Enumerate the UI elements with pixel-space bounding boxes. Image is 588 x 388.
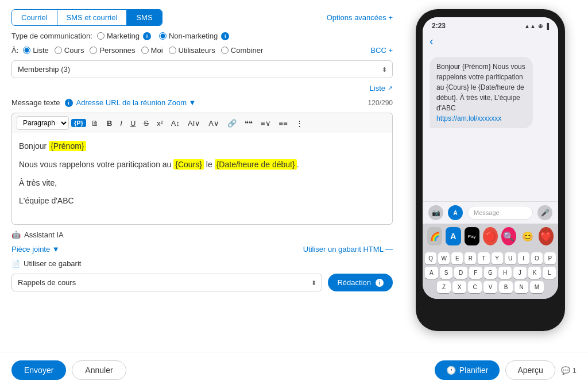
non-marketing-option[interactable]: Non-marketing i: [159, 32, 229, 40]
key-p[interactable]: P: [544, 252, 556, 264]
marketing-info-icon[interactable]: i: [143, 32, 151, 40]
comm-type-row: Type de communication: Marketing i Non-m…: [11, 32, 393, 40]
key-n[interactable]: N: [514, 281, 528, 293]
cancel-button[interactable]: Annuler: [72, 360, 126, 380]
attachment-row: Pièce jointe ▼ Utiliser un gabarit HTML …: [11, 245, 393, 253]
key-h[interactable]: H: [498, 267, 512, 279]
key-b[interactable]: B: [499, 281, 513, 293]
to-liste[interactable]: Liste: [23, 46, 48, 55]
toolbar-fontsize-btn[interactable]: A↕: [168, 117, 183, 129]
key-y[interactable]: Y: [492, 252, 503, 264]
camera-icon: 📷: [428, 205, 443, 220]
toolbar-ai-btn[interactable]: AI∨: [185, 117, 203, 129]
to-moi[interactable]: Moi: [141, 46, 163, 55]
toolbar-align-btn[interactable]: ≡∨: [258, 117, 274, 129]
phone-mockup: 2:23 ▲▲ ⊕ ▐ ‹ Bonjour {Prénom} Nous vous…: [404, 9, 577, 347]
attachment-link[interactable]: Pièce jointe ▼: [11, 245, 60, 253]
key-g[interactable]: G: [484, 267, 497, 279]
key-i[interactable]: I: [518, 252, 529, 264]
external-link-icon: ↗: [388, 84, 393, 92]
to-combiner[interactable]: Combiner: [221, 46, 263, 55]
toolbar-bold-btn[interactable]: B: [104, 117, 115, 129]
editor-line4: L'équipe d'ABC: [19, 194, 385, 208]
preview-button[interactable]: Aperçu: [505, 360, 555, 380]
list-link[interactable]: Liste ↗: [11, 84, 393, 93]
key-o[interactable]: O: [531, 252, 543, 264]
redaction-button[interactable]: Rédaction i: [328, 274, 393, 291]
toolbar-quote-btn[interactable]: ❝❝: [242, 117, 256, 129]
key-v[interactable]: V: [483, 281, 497, 293]
phone-input-area: 📷 A Message 🎤: [423, 201, 558, 224]
phone-time: 2:23: [432, 22, 446, 30]
app-icon: A: [448, 205, 463, 220]
toolbar-superscript-btn[interactable]: x²: [154, 117, 166, 129]
toolbar-link-btn[interactable]: 🔗: [225, 117, 239, 129]
toolbar-underline-btn[interactable]: U: [127, 117, 138, 129]
template-select[interactable]: Rappels de cours: [11, 274, 322, 291]
message-editor[interactable]: Bonjour {Prénom} Nous vous rappelons vot…: [11, 133, 393, 225]
key-x[interactable]: X: [452, 281, 466, 293]
tab-sms[interactable]: SMS: [127, 10, 161, 25]
key-l[interactable]: L: [543, 267, 556, 279]
communication-tabs: Courriel SMS et courriel SMS: [11, 9, 163, 26]
non-marketing-label: Non-marketing: [169, 32, 218, 40]
key-e[interactable]: E: [451, 252, 463, 264]
keyboard-row-3: Z X C V B N M: [425, 281, 556, 293]
toolbar-fontcolor-btn[interactable]: A∨: [206, 117, 222, 129]
phone-message-input[interactable]: Message: [467, 206, 533, 220]
toolbar-list-btn[interactable]: ≡≡: [276, 117, 291, 129]
assistant-label: Assistant IA: [24, 231, 64, 239]
to-utilisateurs[interactable]: Utilisateurs: [169, 46, 215, 55]
html-template-link[interactable]: Utiliser un gabarit HTML —: [303, 245, 393, 253]
key-s[interactable]: S: [440, 267, 453, 279]
phone-status-bar: 2:23 ▲▲ ⊕ ▐: [423, 17, 558, 32]
to-row: À: Liste Cours Personnes Moi: [11, 46, 393, 55]
message-info-icon[interactable]: i: [65, 99, 73, 107]
schedule-button[interactable]: 🕐 Planifier: [435, 360, 500, 380]
phone-messages: Bonjour {Prénom} Nous vous rappelons vot…: [423, 52, 558, 201]
key-k[interactable]: K: [528, 267, 541, 279]
toolbar-more-btn[interactable]: ⋮: [293, 117, 306, 129]
send-button[interactable]: Envoyer: [11, 360, 66, 380]
key-r[interactable]: R: [465, 252, 476, 264]
key-u[interactable]: U: [505, 252, 516, 264]
key-j[interactable]: J: [513, 267, 527, 279]
message-header: Message texte i Adresse URL de la réunio…: [11, 98, 393, 107]
non-marketing-info-icon[interactable]: i: [221, 32, 229, 40]
membership-select[interactable]: Membership (3): [11, 60, 393, 78]
signal-icon: ▲▲: [524, 23, 536, 29]
toolbar-doc-btn[interactable]: 🗎: [88, 117, 102, 129]
toolbar-italic-btn[interactable]: I: [117, 117, 125, 129]
phone-back-button[interactable]: ‹: [430, 34, 434, 48]
robot-icon: 🤖: [11, 231, 21, 239]
bubble-link[interactable]: https://am.lol/xxxxxxx: [436, 114, 501, 122]
zoom-link[interactable]: Adresse URL de la réunion Zoom ▼: [76, 98, 196, 107]
marketing-option[interactable]: Marketing i: [97, 32, 151, 40]
to-cours[interactable]: Cours: [55, 46, 84, 55]
emoji-app3: 🔍: [501, 227, 516, 245]
redaction-info-icon[interactable]: i: [376, 279, 384, 287]
key-m[interactable]: M: [530, 281, 544, 293]
p-badge-button[interactable]: {P}: [71, 119, 86, 127]
key-c[interactable]: C: [468, 281, 482, 293]
toolbar-strikethrough-btn[interactable]: S: [141, 117, 152, 129]
to-personnes[interactable]: Personnes: [90, 46, 135, 55]
tab-sms-courriel[interactable]: SMS et courriel: [57, 10, 127, 25]
key-z[interactable]: Z: [437, 281, 451, 293]
editor-prenom-highlight: {Prénom}: [49, 141, 86, 151]
key-d[interactable]: D: [454, 267, 467, 279]
to-label: À:: [11, 46, 18, 55]
keyboard-row-1: Q W E R T Y U I O P: [425, 252, 556, 264]
bcc-button[interactable]: BCC +: [370, 46, 393, 55]
paragraph-select[interactable]: Paragraph: [17, 116, 69, 130]
key-f[interactable]: F: [469, 267, 482, 279]
key-a[interactable]: A: [425, 267, 438, 279]
comment-badge: 💬 1: [561, 366, 577, 375]
tab-courriel[interactable]: Courriel: [12, 10, 57, 25]
key-w[interactable]: W: [438, 252, 450, 264]
template-select-wrapper: Rappels de cours: [11, 274, 322, 291]
editor-line2-prefix: Nous vous rappelons votre pariticpation …: [19, 160, 173, 169]
key-q[interactable]: Q: [425, 252, 436, 264]
advanced-options-link[interactable]: Options avancées +: [327, 13, 393, 22]
key-t[interactable]: T: [478, 252, 489, 264]
